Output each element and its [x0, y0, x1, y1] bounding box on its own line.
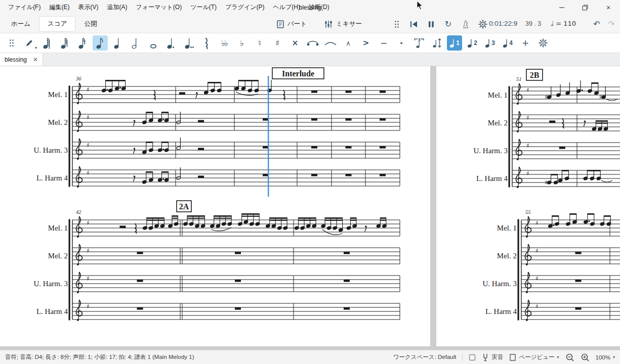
add-palette-button[interactable]: +	[518, 35, 533, 51]
double-flat-button[interactable]: ♭♭	[217, 35, 232, 51]
system-bracket	[69, 86, 70, 187]
whole-rest	[575, 252, 582, 254]
accent-button[interactable]: >	[358, 35, 374, 51]
flip-direction-button[interactable]	[429, 35, 444, 51]
menu-tools[interactable]: ツール(T)	[186, 1, 221, 14]
menu-view[interactable]: 表示(V)	[74, 1, 102, 14]
voice-1-button[interactable]: 1	[447, 35, 462, 51]
tuplet-button[interactable]: 3	[411, 35, 427, 51]
duration-64th-button[interactable]	[39, 35, 55, 51]
note-input-mode-button[interactable]: ▾	[22, 35, 37, 51]
mixer-icon	[324, 20, 333, 29]
whole-rest	[346, 118, 352, 121]
half-rest	[549, 120, 555, 123]
toggle-icon[interactable]	[469, 354, 476, 361]
selection-info: 音符; 音高: D4; 長さ: 8分; 声部: 1; 小節: 17; 拍: 4;…	[5, 353, 194, 361]
double-dot-button[interactable]	[181, 35, 196, 51]
view-mode-selector[interactable]: ページビュー ▾	[509, 353, 559, 361]
svg-text:L. Harm 4: L. Harm 4	[36, 307, 68, 315]
ribbon-tab-home[interactable]: ホーム	[3, 17, 38, 31]
svg-text:♯: ♯	[526, 170, 529, 177]
svg-text:2B: 2B	[530, 71, 540, 79]
natural-button[interactable]: ♮	[252, 35, 267, 51]
double-sharp-button[interactable]: ×	[287, 35, 303, 51]
document-tab[interactable]: blessing ✕	[0, 53, 43, 66]
duration-quarter-button[interactable]	[110, 35, 126, 51]
whole-rest	[346, 90, 352, 93]
mixer-button[interactable]: ミキサー	[320, 17, 366, 31]
zoom-level-selector[interactable]: 100% ▾	[596, 354, 615, 360]
playback-drag-handle[interactable]	[390, 17, 403, 31]
marcato-button[interactable]: ∧	[341, 35, 356, 51]
svg-text:U. Harm. 3: U. Harm. 3	[34, 146, 68, 154]
whole-rest	[346, 174, 352, 176]
concert-pitch-toggle[interactable]: 実音	[482, 353, 503, 362]
staccato-button[interactable]: •	[394, 35, 409, 51]
ribbon-tab-publish[interactable]: 公開	[76, 17, 105, 31]
whole-rest	[311, 118, 317, 121]
loop-playback-button[interactable]: ↻	[441, 17, 455, 31]
svg-text:♯: ♯	[526, 142, 529, 149]
parts-button[interactable]: パート	[272, 17, 311, 31]
svg-text:♯: ♯	[545, 179, 548, 186]
svg-text:U. Harm. 3: U. Harm. 3	[483, 280, 517, 288]
metronome-button[interactable]	[459, 17, 472, 31]
sharp-button[interactable]: ♯	[270, 35, 285, 51]
zoom-out-button[interactable]	[565, 353, 574, 362]
section-tabs: ホームスコア公開	[3, 17, 105, 31]
zoom-in-button[interactable]	[581, 353, 590, 362]
svg-text:♯: ♯	[87, 247, 90, 254]
score-view[interactable]: Mel. 1♯Mel. 2♯U. Harm. 3♯L. Harm 4♯36Int…	[0, 66, 620, 350]
duration-8th-button[interactable]	[93, 35, 108, 51]
svg-text:♯: ♯	[535, 247, 539, 254]
flat-button[interactable]: ♭	[234, 35, 250, 51]
duration-whole-button[interactable]	[146, 35, 161, 51]
rest-button[interactable]	[199, 35, 214, 51]
svg-text:Mel. 1: Mel. 1	[488, 91, 508, 99]
drag-handle-icon	[394, 20, 399, 28]
voice-4-button[interactable]: 4	[500, 35, 515, 51]
redo-button[interactable]: ↷	[608, 19, 615, 29]
undo-button[interactable]: ↶	[593, 19, 600, 29]
duration-16th-button[interactable]	[75, 35, 90, 51]
augmentation-dot-button[interactable]	[163, 35, 179, 51]
whole-rest	[380, 118, 386, 121]
ribbon-tab-score[interactable]: スコア	[39, 17, 75, 31]
mixer-label: ミキサー	[336, 20, 362, 28]
system-bracket	[509, 86, 510, 188]
svg-text:36: 36	[75, 76, 81, 81]
whole-rest	[137, 280, 143, 282]
minimize-icon	[559, 5, 565, 11]
svg-text:2A: 2A	[179, 202, 189, 211]
notebar-drag-handle[interactable]	[4, 35, 19, 51]
window-controls: ×	[550, 0, 620, 15]
tempo-display[interactable]: ♩ = 110	[551, 20, 576, 27]
playback-settings-button[interactable]	[476, 17, 489, 31]
slur-button[interactable]	[323, 35, 338, 51]
playback-cursor	[268, 76, 269, 197]
whole-rest	[235, 307, 241, 310]
notebar-settings-button[interactable]	[535, 35, 551, 51]
svg-text:♯: ♯	[526, 114, 529, 121]
voice-3-button[interactable]: 3	[482, 35, 498, 51]
menu-add[interactable]: 追加(A)	[103, 1, 131, 14]
score-canvas[interactable]: Mel. 1♯Mel. 2♯U. Harm. 3♯L. Harm 4♯36Int…	[0, 66, 620, 350]
menu-file[interactable]: ファイル(F)	[4, 1, 45, 14]
voice-2-button[interactable]: 2	[465, 35, 480, 51]
workspace-selector[interactable]: ワークスペース: Default	[393, 353, 457, 361]
close-tab-icon[interactable]: ✕	[33, 56, 38, 63]
half-rest	[179, 92, 185, 95]
menu-plugins[interactable]: プラグイン(P)	[221, 1, 268, 14]
menu-edit[interactable]: 編集(E)	[45, 1, 73, 14]
whole-rest	[344, 252, 350, 254]
maximize-button[interactable]	[573, 0, 597, 15]
menu-format[interactable]: フォーマット(O)	[132, 1, 186, 14]
close-button[interactable]: ×	[597, 0, 620, 15]
pause-button[interactable]	[424, 17, 438, 31]
tenuto-button[interactable]: −	[376, 35, 391, 51]
duration-32nd-button[interactable]	[57, 35, 72, 51]
minimize-button[interactable]	[550, 0, 573, 15]
rewind-button[interactable]	[407, 17, 421, 31]
tie-button[interactable]	[305, 35, 320, 51]
duration-half-button[interactable]	[128, 35, 143, 51]
